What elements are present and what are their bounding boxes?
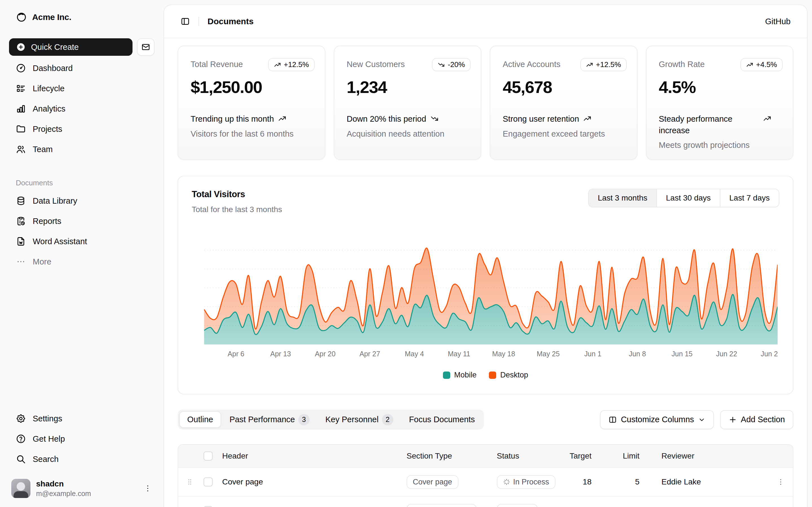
table-toolbar: OutlinePast Performance3Key Personnel2Fo… [177, 409, 794, 430]
range-last-7-days[interactable]: Last 7 days [720, 189, 779, 207]
sidebar-item-more[interactable]: More [9, 252, 154, 271]
status-label: In Process [513, 478, 549, 487]
trend-up-icon [763, 113, 771, 123]
view-tabs: OutlinePast Performance3Key Personnel2Fo… [177, 409, 484, 430]
svg-text:May 4: May 4 [405, 350, 424, 358]
range-last-30-days[interactable]: Last 30 days [657, 189, 720, 207]
stat-card-top: New Customers-20% [347, 58, 471, 71]
search-icon [16, 454, 26, 464]
area-chart-svg: Apr 6Apr 13Apr 20Apr 27May 4May 11May 18… [204, 247, 777, 358]
stat-cards: Total Revenue+12.5%$1,250.00Trending up … [177, 46, 794, 160]
svg-text:Apr 6: Apr 6 [227, 350, 244, 358]
trend-badge-value: +4.5% [756, 60, 777, 69]
row-menu-button[interactable] [774, 475, 788, 489]
user-options-icon[interactable] [143, 484, 152, 493]
quick-create-button[interactable]: Quick Create [9, 38, 133, 56]
customize-columns-button[interactable]: Customize Columns [600, 410, 714, 429]
row-status-cell: In Process [495, 475, 571, 489]
row-header-cell: Cover page [220, 477, 404, 487]
sidebar-item-search[interactable]: Search [9, 450, 154, 468]
sidebar-item-label: Projects [33, 124, 62, 134]
row-type-cell: Table of contents [404, 504, 495, 507]
user-menu[interactable]: shadcn m@example.com [9, 478, 154, 499]
tab-past-performance[interactable]: Past Performance3 [222, 411, 317, 428]
sidebar-toggle-icon[interactable] [181, 17, 190, 26]
trend-badge: +12.5% [268, 58, 315, 71]
legend-swatch-desktop [489, 372, 496, 379]
tab-key-personnel[interactable]: Key Personnel2 [318, 411, 401, 428]
tab-label: Outline [187, 415, 213, 424]
stat-card-label: Active Accounts [503, 58, 560, 69]
tab-focus-documents[interactable]: Focus Documents [402, 411, 483, 428]
sidebar-item-team[interactable]: Team [9, 140, 154, 158]
legend-item-desktop[interactable]: Desktop [489, 371, 528, 379]
trend-badge: -20% [432, 58, 470, 71]
svg-text:Jun 15: Jun 15 [672, 350, 693, 358]
table-header-row: HeaderSection TypeStatusTargetLimitRevie… [178, 445, 793, 467]
topbar: Documents GitHub [164, 5, 807, 38]
status-badge: Done [497, 504, 538, 507]
row-checkbox[interactable] [204, 477, 213, 487]
sidebar-item-label: Analytics [33, 104, 65, 114]
trend-badge-value: +12.5% [596, 60, 621, 69]
sidebar-item-label: Get Help [33, 434, 65, 444]
tab-label: Past Performance [230, 415, 295, 424]
stat-card-caption: Meets growth projections [659, 140, 772, 150]
plus-circle-icon [16, 42, 26, 52]
svg-text:Apr 20: Apr 20 [315, 350, 336, 358]
trend-up-icon [586, 61, 593, 68]
stat-card-label: Growth Rate [659, 58, 705, 69]
column-header-target: Target [571, 452, 599, 460]
add-section-button[interactable]: Add Section [720, 410, 794, 429]
drag-handle-icon[interactable] [186, 478, 194, 486]
legend-item-mobile[interactable]: Mobile [443, 371, 477, 379]
column-header-section-type: Section Type [404, 452, 495, 460]
select-all-checkbox[interactable] [204, 452, 213, 460]
tab-outline[interactable]: Outline [179, 411, 221, 428]
brand-name: Acme Inc. [32, 12, 71, 22]
sidebar-item-analytics[interactable]: Analytics [9, 100, 154, 118]
sidebar-item-lifecycle[interactable]: Lifecycle [9, 79, 154, 98]
stat-card-footer: Steady performance increaseMeets growth … [659, 113, 783, 150]
sidebar-item-settings[interactable]: Settings [9, 409, 154, 428]
sidebar-item-reports[interactable]: Reports [9, 212, 154, 230]
inbox-button[interactable] [137, 38, 154, 56]
sidebar-item-get-help[interactable]: Get Help [9, 430, 154, 448]
svg-text:Jun 29: Jun 29 [761, 350, 777, 358]
stat-card-4: Growth Rate+4.5%4.5%Steady performance i… [646, 46, 794, 160]
stat-card-summary-text: Trending up this month [191, 113, 274, 125]
trend-badge: +4.5% [741, 58, 783, 71]
stat-card-label: Total Revenue [191, 58, 243, 69]
report-icon [16, 216, 26, 226]
dots-icon [16, 257, 26, 267]
visitors-chart-card: Total Visitors Total for the last 3 mont… [177, 176, 794, 394]
stat-card-footer: Down 20% this periodAcquisition needs at… [347, 113, 471, 138]
sidebar-item-label: Dashboard [33, 64, 73, 73]
sidebar-footer: SettingsGet HelpSearch shadcn m@example.… [9, 409, 154, 499]
sidebar-item-word-assistant[interactable]: Word Assistant [9, 232, 154, 250]
chart-bar-icon [16, 104, 26, 114]
loader-icon [503, 478, 510, 486]
trend-up-icon [274, 61, 281, 68]
github-link[interactable]: GitHub [765, 17, 791, 26]
svg-text:May 25: May 25 [537, 350, 560, 358]
main-panel: Documents GitHub Total Revenue+12.5%$1,2… [163, 4, 808, 507]
section-type-badge: Table of contents [407, 504, 476, 507]
range-last-3-months[interactable]: Last 3 months [589, 189, 657, 207]
row-menu-button[interactable] [774, 504, 788, 507]
legend-label: Desktop [500, 371, 528, 379]
trend-up-icon [583, 113, 592, 123]
sidebar-item-label: Lifecycle [33, 84, 64, 93]
sidebar-item-projects[interactable]: Projects [9, 120, 154, 138]
svg-text:Apr 27: Apr 27 [359, 350, 380, 358]
list-details-icon [16, 83, 26, 94]
tab-label: Focus Documents [409, 415, 475, 424]
stat-card-value: $1,250.00 [191, 77, 315, 97]
stat-card-summary-text: Down 20% this period [347, 113, 426, 125]
column-header-reviewer: Reviewer [647, 452, 769, 460]
sidebar-item-data-library[interactable]: Data Library [9, 192, 154, 210]
sidebar-item-dashboard[interactable]: Dashboard [9, 59, 154, 77]
sidebar-item-label: Data Library [33, 196, 77, 206]
brand-row[interactable]: Acme Inc. [9, 8, 154, 26]
chart-subtitle: Total for the last 3 months [192, 205, 282, 214]
